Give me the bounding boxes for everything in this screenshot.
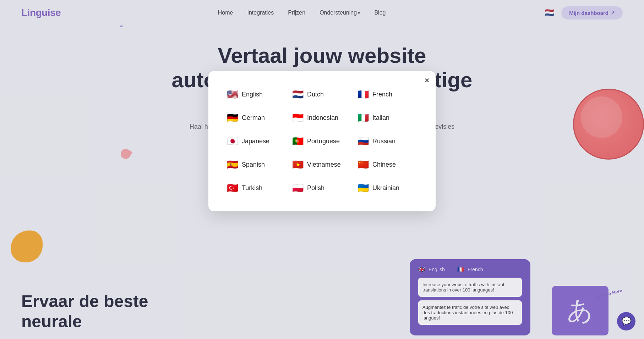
lang-name-russian: Russian	[372, 138, 395, 145]
lang-item-russian[interactable]: 🇷🇺Russian	[355, 130, 420, 152]
lang-flag-spanish: 🇪🇸	[227, 159, 238, 170]
lang-flag-german: 🇩🇪	[227, 112, 238, 123]
lang-name-vietnamese: Vietnamese	[307, 161, 341, 168]
lang-flag-turkish: 🇹🇷	[227, 182, 238, 194]
lang-item-chinese[interactable]: 🇨🇳Chinese	[355, 154, 420, 175]
lang-name-french: French	[372, 91, 392, 98]
chat-icon: 💬	[622, 317, 631, 326]
lang-item-turkish[interactable]: 🇹🇷Turkish	[224, 177, 289, 199]
lang-name-indonesian: Indonesian	[307, 114, 338, 122]
lang-flag-polish: 🇵🇱	[292, 182, 304, 194]
lang-flag-japanese: 🇯🇵	[227, 135, 238, 147]
lang-flag-portuguese: 🇵🇹	[292, 135, 304, 147]
lang-item-vietnamese[interactable]: 🇻🇳Vietnamese	[289, 154, 355, 175]
lang-name-polish: Polish	[307, 184, 324, 192]
modal-overlay: × 🇺🇸English🇳🇱Dutch🇫🇷French🇩🇪German🇮🇩Indo…	[0, 0, 644, 339]
language-grid: 🇺🇸English🇳🇱Dutch🇫🇷French🇩🇪German🇮🇩Indone…	[224, 84, 420, 199]
lang-name-italian: Italian	[372, 114, 389, 122]
lang-item-portuguese[interactable]: 🇵🇹Portuguese	[289, 130, 355, 152]
lang-item-indonesian[interactable]: 🇮🇩Indonesian	[289, 107, 355, 128]
lang-name-japanese: Japanese	[242, 138, 269, 145]
lang-name-ukrainian: Ukrainian	[372, 184, 399, 192]
lang-name-german: German	[242, 114, 265, 122]
lang-item-italian[interactable]: 🇮🇹Italian	[355, 107, 420, 128]
lang-name-chinese: Chinese	[372, 161, 396, 168]
modal-close-button[interactable]: ×	[425, 76, 429, 85]
lang-name-spanish: Spanish	[242, 161, 265, 168]
lang-flag-ukrainian: 🇺🇦	[358, 182, 369, 194]
lang-item-german[interactable]: 🇩🇪German	[224, 107, 289, 128]
lang-flag-dutch: 🇳🇱	[292, 89, 304, 100]
lang-item-polish[interactable]: 🇵🇱Polish	[289, 177, 355, 199]
lang-flag-indonesian: 🇮🇩	[292, 112, 304, 123]
lang-item-dutch[interactable]: 🇳🇱Dutch	[289, 84, 355, 105]
lang-name-english: English	[242, 91, 263, 98]
lang-flag-french: 🇫🇷	[358, 89, 369, 100]
chat-button[interactable]: 💬	[617, 312, 635, 330]
lang-item-english[interactable]: 🇺🇸English	[224, 84, 289, 105]
lang-flag-english: 🇺🇸	[227, 89, 238, 100]
lang-flag-russian: 🇷🇺	[358, 135, 369, 147]
lang-name-portuguese: Portuguese	[307, 138, 340, 145]
lang-name-dutch: Dutch	[307, 91, 324, 98]
lang-item-ukrainian[interactable]: 🇺🇦Ukrainian	[355, 177, 420, 199]
lang-name-turkish: Turkish	[242, 184, 262, 192]
lang-flag-chinese: 🇨🇳	[358, 159, 369, 170]
lang-item-japanese[interactable]: 🇯🇵Japanese	[224, 130, 289, 152]
lang-flag-vietnamese: 🇻🇳	[292, 159, 304, 170]
lang-item-spanish[interactable]: 🇪🇸Spanish	[224, 154, 289, 175]
language-modal: × 🇺🇸English🇳🇱Dutch🇫🇷French🇩🇪German🇮🇩Indo…	[208, 71, 436, 211]
lang-item-french[interactable]: 🇫🇷French	[355, 84, 420, 105]
lang-flag-italian: 🇮🇹	[358, 112, 369, 123]
